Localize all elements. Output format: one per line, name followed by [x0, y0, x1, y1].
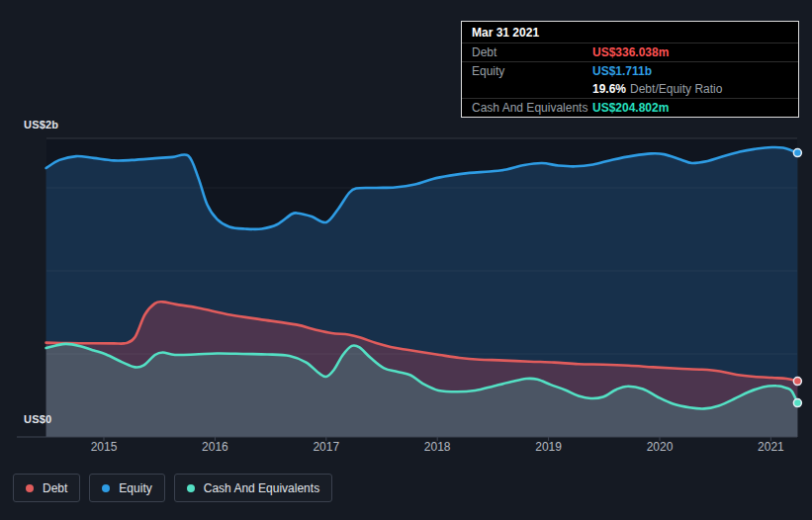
x-tick-label: 2017 [305, 440, 348, 454]
chart-tooltip: Mar 31 2021 Debt US$336.038m Equity US$1… [461, 21, 799, 118]
x-tick-label: 2020 [638, 440, 681, 454]
cash-dot-icon [187, 484, 195, 492]
x-tick-label: 2018 [415, 440, 459, 454]
tooltip-equity-label: Equity [472, 64, 592, 78]
tooltip-row-debt: Debt US$336.038m [462, 43, 798, 62]
tooltip-row-equity: Equity US$1.711b [462, 62, 798, 80]
debt-equity-history-screen: US$2b US$0 2015201620172018201920202021 … [0, 0, 812, 520]
tooltip-row-ratio: 19.6% Debt/Equity Ratio [462, 80, 798, 99]
x-axis-labels: 2015201620172018201920202021 [0, 440, 812, 456]
x-tick-label: 2016 [193, 440, 236, 454]
series-endpoint-debt [793, 378, 801, 386]
y-axis-label-max: US$2b [24, 119, 58, 130]
x-tick-label: 2021 [749, 440, 792, 454]
series-endpoint-cash-and-equivalents [793, 399, 801, 407]
chart-legend: Debt Equity Cash And Equivalents [13, 474, 332, 502]
legend-item-equity[interactable]: Equity [89, 474, 164, 502]
y-axis-label-zero: US$0 [24, 413, 51, 425]
equity-dot-icon [102, 484, 110, 492]
tooltip-cash-value: US$204.802m [592, 101, 669, 115]
tooltip-debt-label: Debt [472, 45, 592, 59]
tooltip-date: Mar 31 2021 [462, 22, 798, 43]
x-tick-label: 2019 [527, 440, 571, 454]
tooltip-row-cash: Cash And Equivalents US$204.802m [462, 99, 798, 117]
tooltip-ratio-value: 19.6% [592, 82, 626, 96]
legend-equity-label: Equity [119, 481, 151, 495]
legend-item-debt[interactable]: Debt [13, 474, 80, 502]
series-endpoint-equity [793, 149, 801, 157]
debt-dot-icon [26, 484, 34, 492]
legend-item-cash[interactable]: Cash And Equivalents [174, 474, 332, 502]
legend-debt-label: Debt [43, 481, 67, 495]
tooltip-equity-value: US$1.711b [592, 64, 652, 78]
x-tick-label: 2015 [82, 440, 126, 454]
legend-cash-label: Cash And Equivalents [204, 481, 319, 495]
tooltip-ratio-text: Debt/Equity Ratio [630, 82, 722, 96]
tooltip-debt-value: US$336.038m [592, 45, 669, 59]
tooltip-cash-label: Cash And Equivalents [472, 101, 592, 115]
